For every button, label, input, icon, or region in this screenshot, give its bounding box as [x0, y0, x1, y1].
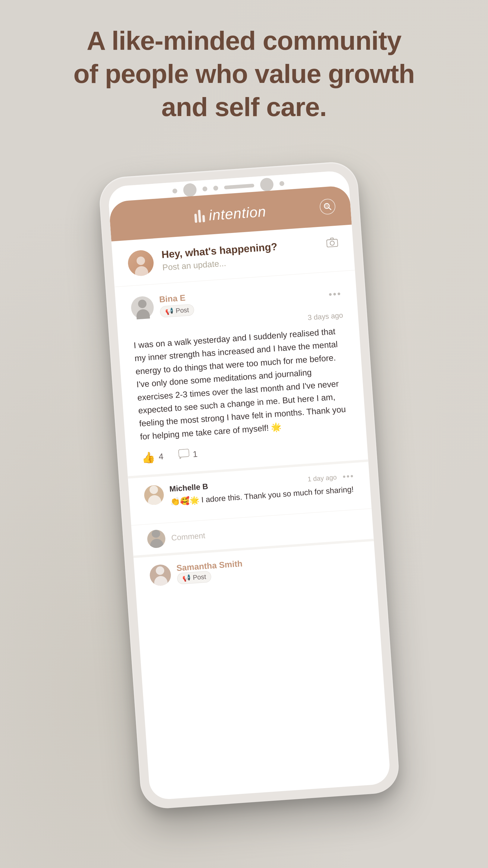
svg-point-4	[330, 241, 334, 245]
like-button[interactable]: 👍 4	[141, 450, 164, 464]
sensor-camera	[183, 183, 197, 197]
sensor-dot-1	[172, 188, 177, 193]
camera-icon[interactable]	[326, 237, 338, 250]
svg-rect-5	[178, 449, 189, 457]
post-author-avatar	[130, 296, 155, 319]
comment-icon	[178, 448, 190, 462]
comment-body-0: Michelle B 1 day ago ••• 👏🥰🌟 I adore thi…	[169, 471, 355, 508]
comment-button[interactable]: 1	[178, 448, 198, 462]
bottom-post-header: Samantha Smith 📢 Post	[149, 551, 361, 587]
post-user-info: Bina E 📢 Post	[130, 292, 195, 319]
post-card: Bina E 📢 Post ••• 3 days ago I was on a …	[115, 270, 368, 478]
bottom-tag-icon: 📢	[182, 574, 191, 583]
sensor-dot-2	[202, 186, 207, 191]
comment-input-field[interactable]: Comment	[171, 520, 358, 542]
logo-bar-1	[194, 213, 197, 222]
comment-more-0[interactable]: •••	[342, 471, 355, 482]
likes-count: 4	[158, 452, 164, 462]
app-logo: intention	[194, 203, 267, 225]
sensor-circle	[260, 178, 274, 192]
post-tag-label: Post	[175, 306, 189, 315]
post-user-col: Bina E 📢 Post	[159, 292, 194, 318]
svg-line-1	[329, 207, 331, 210]
post-author-name: Bina E	[159, 292, 193, 304]
logo-bar-3	[202, 215, 205, 222]
post-content-text: I was on a walk yesterday and I suddenly…	[133, 324, 351, 443]
current-user-avatar-small	[147, 529, 166, 549]
bottom-post-silhouette	[149, 564, 172, 587]
commenter-silhouette-0	[144, 485, 164, 505]
headline-section: A like-minded community of people who va…	[0, 24, 488, 124]
post-actions-row: 👍 4 1	[141, 437, 352, 464]
post-tag-badge: 📢 Post	[160, 304, 194, 318]
svg-point-2	[326, 205, 328, 207]
bottom-post-user-col: Samantha Smith 📢 Post	[176, 559, 244, 584]
post-tag-icon: 📢	[165, 307, 173, 315]
app-name: intention	[208, 203, 267, 224]
bottom-tag-label: Post	[193, 573, 206, 582]
commenter-avatar-0	[144, 485, 164, 505]
phone-outer-shell: intention	[98, 161, 400, 810]
commenter-name-0: Michelle B	[169, 482, 208, 494]
headline-text: A like-minded community of people who va…	[24, 24, 464, 124]
bottom-post-tag: 📢 Post	[177, 571, 212, 585]
sensor-dot-4	[279, 181, 284, 186]
phone-screen: intention	[107, 170, 391, 801]
post-more-menu[interactable]: •••	[328, 288, 342, 300]
logo-bars-icon	[194, 210, 205, 223]
bottom-post-username: Samantha Smith	[176, 559, 243, 573]
comment-time-0: 1 day ago	[307, 473, 337, 484]
logo-bar-2	[198, 210, 201, 222]
comments-count: 1	[193, 450, 198, 459]
user-avatar	[127, 249, 155, 277]
comment-item-0: Michelle B 1 day ago ••• 👏🥰🌟 I adore thi…	[144, 471, 356, 510]
author-silhouette	[130, 296, 155, 319]
svg-rect-3	[327, 239, 338, 247]
phone-mockup: intention	[98, 161, 400, 810]
search-button[interactable]	[319, 198, 336, 215]
bottom-post-avatar	[149, 564, 172, 587]
compose-text-area[interactable]: Hey, what's happening? Post an update...	[161, 237, 339, 273]
like-icon: 👍	[141, 451, 156, 464]
user-silhouette	[127, 249, 155, 277]
sensor-dot-3	[213, 186, 218, 191]
current-user-silhouette-small	[147, 529, 166, 549]
sensor-pill	[224, 184, 255, 189]
